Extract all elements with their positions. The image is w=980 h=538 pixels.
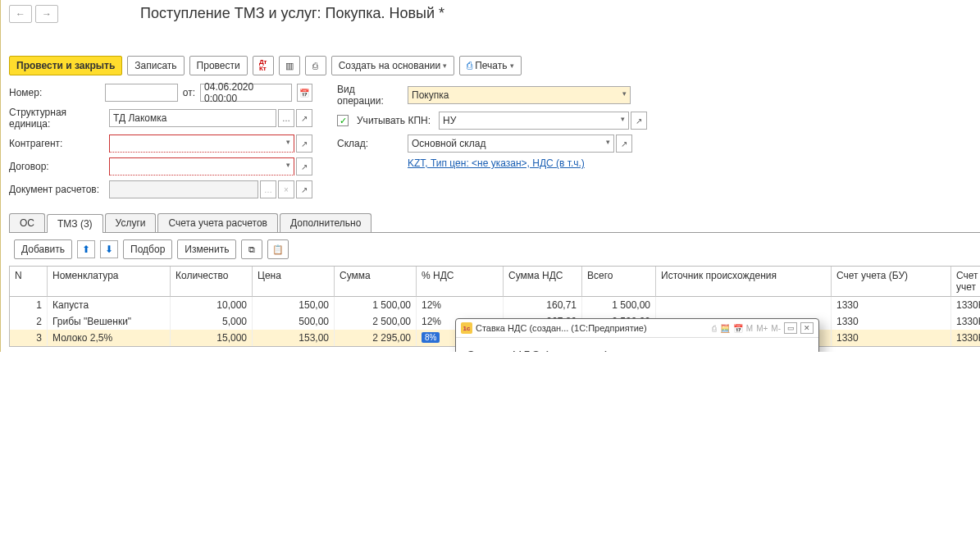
docras-open-button[interactable]: ↗ xyxy=(296,180,312,198)
date-input[interactable]: 04.06.2020 0:00:00 xyxy=(200,84,292,102)
popup-heading: Ставка НДС (создание) xyxy=(466,349,809,352)
print-button[interactable]: ⎙Печать xyxy=(459,56,521,75)
write-button[interactable]: Записать xyxy=(127,56,184,75)
window-minimize-button[interactable]: ▭ xyxy=(784,322,797,334)
window-close-button[interactable]: ✕ xyxy=(800,322,814,334)
col-total[interactable]: Всего xyxy=(582,267,656,297)
dtkt-icon-button[interactable]: ДтКт xyxy=(253,56,274,75)
toolbar-calendar-icon[interactable]: 📅 xyxy=(733,324,743,333)
col-acct[interactable]: Счет учета (БУ) xyxy=(832,267,951,297)
docras-ellipsis-button: … xyxy=(260,180,276,198)
add-row-button[interactable]: Добавить xyxy=(14,239,72,259)
col-acct2[interactable]: Счет учет xyxy=(951,267,980,297)
sklad-label: Склад: xyxy=(337,138,403,149)
create-on-basis-button[interactable]: Создать на основании xyxy=(331,56,455,75)
kontragent-label: Контрагент: xyxy=(9,138,104,149)
dogovor-open-button[interactable]: ↗ xyxy=(296,157,312,176)
number-input[interactable] xyxy=(105,84,178,102)
col-nds[interactable]: % НДС xyxy=(417,267,504,297)
toolbar-print-icon[interactable]: ⎙ xyxy=(712,324,717,333)
tab-scheta[interactable]: Счета учета расчетов xyxy=(157,213,277,232)
post-button[interactable]: Провести xyxy=(189,56,248,75)
izmenit-button[interactable]: Изменить xyxy=(177,239,236,259)
dogovor-input[interactable] xyxy=(109,157,294,176)
copy-icon-button[interactable]: ⧉ xyxy=(241,239,262,259)
tab-tmz[interactable]: ТМЗ (3) xyxy=(47,214,103,233)
operation-label: Вид операции: xyxy=(337,84,403,107)
toolbar-m-icon: M xyxy=(746,324,753,333)
nav-forward-button[interactable]: → xyxy=(35,5,58,23)
docras-input xyxy=(109,180,258,198)
price-info-link[interactable]: KZT, Тип цен: <не указан>, НДС (в т.ч.) xyxy=(408,157,585,169)
struct-icon-button[interactable]: ▥ xyxy=(279,56,300,75)
operation-select[interactable]: Покупка xyxy=(408,86,631,104)
podbor-button[interactable]: Подбор xyxy=(123,239,172,259)
struct-input[interactable]: ТД Лакомка xyxy=(109,109,276,127)
app-1c-icon: 1c xyxy=(461,322,472,334)
page-title: Поступление ТМЗ и услуг: Покупка. Новый … xyxy=(140,5,444,22)
from-label: от: xyxy=(183,87,195,98)
calendar-icon[interactable]: 📅 xyxy=(297,84,312,102)
docras-clear-button: × xyxy=(278,180,294,198)
col-sumnds[interactable]: Сумма НДС xyxy=(504,267,582,297)
col-price[interactable]: Цена xyxy=(253,267,335,297)
docras-label: Документ расчетов: xyxy=(9,184,104,195)
number-label: Номер: xyxy=(9,87,100,98)
nds-rate-popup: 1c Ставка НДС (создан... (1С:Предприятие… xyxy=(455,318,819,352)
tab-uslugi[interactable]: Услуги xyxy=(105,213,157,232)
kpn-checkbox[interactable]: ✓ xyxy=(337,115,349,126)
struct-label: Структурная единица: xyxy=(9,107,104,130)
toolbar-mminus-icon: M- xyxy=(771,324,781,333)
col-src[interactable]: Источник происхождения xyxy=(656,267,832,297)
nav-back-button[interactable]: ← xyxy=(9,5,32,23)
col-n[interactable]: N xyxy=(10,267,48,297)
dogovor-label: Договор: xyxy=(9,161,104,172)
nds-badge: 8% xyxy=(422,332,440,343)
sklad-select[interactable]: Основной склад xyxy=(408,134,614,153)
col-nomen[interactable]: Номенклатура xyxy=(48,267,171,297)
kpn-label: Учитывать КПН: xyxy=(357,115,431,126)
popup-window-title: Ставка НДС (создан... (1С:Предприятие) xyxy=(476,323,647,333)
table-row[interactable]: 1 Капуста 10,000 150,00 1 500,00 12% 160… xyxy=(10,297,980,313)
struct-open-button[interactable]: ↗ xyxy=(296,109,312,127)
report-icon-button[interactable]: ⎙ xyxy=(305,56,326,75)
paste-icon-button[interactable]: 📋 xyxy=(267,239,289,259)
kpn-select[interactable]: НУ xyxy=(439,112,629,130)
kontragent-open-button[interactable]: ↗ xyxy=(296,134,312,153)
move-up-button[interactable]: ⬆ xyxy=(77,240,95,258)
kpn-open-button[interactable]: ↗ xyxy=(631,112,647,130)
col-sum[interactable]: Сумма xyxy=(335,267,417,297)
toolbar-calc-icon[interactable]: 🧮 xyxy=(720,324,730,333)
toolbar-mplus-icon: M+ xyxy=(756,324,768,333)
col-qty[interactable]: Количество xyxy=(171,267,253,297)
tab-os[interactable]: ОС xyxy=(9,213,45,232)
tab-dop[interactable]: Дополнительно xyxy=(280,213,371,232)
kontragent-input[interactable] xyxy=(109,134,294,153)
nds-cell-editor[interactable]: 8% xyxy=(417,330,458,346)
struct-ellipsis-button[interactable]: … xyxy=(278,109,294,127)
post-and-close-button[interactable]: Провести и закрыть xyxy=(9,56,122,75)
sklad-open-button[interactable]: ↗ xyxy=(616,134,632,153)
move-down-button[interactable]: ⬇ xyxy=(100,240,118,258)
